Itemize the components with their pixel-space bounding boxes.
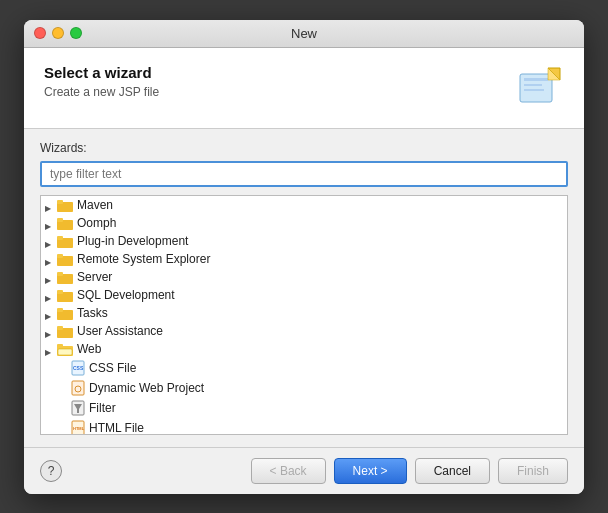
folder-icon-remote bbox=[57, 252, 73, 266]
tree-item-dynamic-web-label: Dynamic Web Project bbox=[89, 381, 204, 395]
svg-rect-31 bbox=[57, 344, 63, 348]
header-subtitle: Create a new JSP file bbox=[44, 85, 159, 99]
expand-arrow-oomph bbox=[45, 218, 55, 228]
tree-item-sql[interactable]: SQL Development bbox=[41, 286, 567, 304]
file-icon-html: HTML bbox=[71, 420, 85, 435]
tree-item-css[interactable]: CSS CSS File bbox=[41, 358, 567, 378]
svg-rect-23 bbox=[57, 290, 63, 294]
tree-item-maven-label: Maven bbox=[77, 198, 113, 212]
tree-item-dynamic-web[interactable]: Dynamic Web Project bbox=[41, 378, 567, 398]
expand-arrow-sql bbox=[45, 290, 55, 300]
tree-item-sql-label: SQL Development bbox=[77, 288, 175, 302]
svg-rect-1 bbox=[524, 78, 548, 81]
tree-item-user-label: User Assistance bbox=[77, 324, 163, 338]
tree-item-plugin-label: Plug-in Development bbox=[77, 234, 188, 248]
help-button[interactable]: ? bbox=[40, 460, 62, 482]
tree-item-maven[interactable]: Maven bbox=[41, 196, 567, 214]
expand-arrow-tasks bbox=[45, 308, 55, 318]
tree-item-filter[interactable]: Filter bbox=[41, 398, 567, 418]
tree-item-tasks-label: Tasks bbox=[77, 306, 108, 320]
tree-item-css-label: CSS File bbox=[89, 361, 136, 375]
svg-rect-14 bbox=[57, 236, 63, 240]
folder-icon-sql bbox=[57, 288, 73, 302]
expand-arrow-plugin bbox=[45, 236, 55, 246]
header-text: Select a wizard Create a new JSP file bbox=[44, 64, 159, 99]
folder-icon-web bbox=[57, 342, 73, 356]
tree-item-plugin-dev[interactable]: Plug-in Development bbox=[41, 232, 567, 250]
window-controls bbox=[34, 27, 82, 39]
tree-item-html[interactable]: HTML HTML File bbox=[41, 418, 567, 435]
expand-arrow-user bbox=[45, 326, 55, 336]
minimize-button[interactable] bbox=[52, 27, 64, 39]
help-icon: ? bbox=[48, 464, 55, 478]
svg-rect-11 bbox=[57, 218, 63, 222]
cancel-button[interactable]: Cancel bbox=[415, 458, 490, 484]
tree-item-server-label: Server bbox=[77, 270, 112, 284]
expand-arrow-maven bbox=[45, 200, 55, 210]
folder-icon-oomph bbox=[57, 216, 73, 230]
folder-icon-server bbox=[57, 270, 73, 284]
svg-rect-2 bbox=[524, 84, 542, 86]
tree-item-tasks[interactable]: Tasks bbox=[41, 304, 567, 322]
new-wizard-window: New Select a wizard Create a new JSP fil… bbox=[24, 20, 584, 494]
expand-arrow-web bbox=[45, 344, 55, 354]
tree-item-html-label: HTML File bbox=[89, 421, 144, 435]
footer-left: ? bbox=[40, 460, 62, 482]
folder-icon-user bbox=[57, 324, 73, 338]
folder-icon-maven bbox=[57, 198, 73, 212]
tree-item-remote-label: Remote System Explorer bbox=[77, 252, 210, 266]
maximize-button[interactable] bbox=[70, 27, 82, 39]
wizard-icon-svg bbox=[516, 64, 564, 112]
wizard-header: Select a wizard Create a new JSP file bbox=[24, 48, 584, 129]
wizards-label: Wizards: bbox=[40, 141, 568, 155]
tree-item-web[interactable]: Web bbox=[41, 340, 567, 358]
expand-arrow-server bbox=[45, 272, 55, 282]
window-title: New bbox=[291, 26, 317, 41]
svg-text:HTML: HTML bbox=[73, 426, 85, 431]
svg-rect-3 bbox=[524, 89, 544, 91]
svg-rect-26 bbox=[57, 308, 63, 312]
tree-item-oomph[interactable]: Oomph bbox=[41, 214, 567, 232]
expand-arrow-remote bbox=[45, 254, 55, 264]
wizard-tree[interactable]: Maven Oomph Plug-in Development bbox=[40, 195, 568, 435]
svg-rect-29 bbox=[57, 326, 63, 330]
tree-item-filter-label: Filter bbox=[89, 401, 116, 415]
back-button[interactable]: < Back bbox=[251, 458, 326, 484]
tree-item-server[interactable]: Server bbox=[41, 268, 567, 286]
svg-text:CSS: CSS bbox=[73, 365, 84, 371]
wizard-icon bbox=[516, 64, 564, 112]
file-icon-css: CSS bbox=[71, 360, 85, 376]
titlebar: New bbox=[24, 20, 584, 48]
footer-buttons: < Back Next > Cancel Finish bbox=[251, 458, 568, 484]
svg-rect-32 bbox=[58, 349, 72, 355]
tree-item-oomph-label: Oomph bbox=[77, 216, 116, 230]
finish-button[interactable]: Finish bbox=[498, 458, 568, 484]
header-title: Select a wizard bbox=[44, 64, 159, 81]
tree-item-user-assist[interactable]: User Assistance bbox=[41, 322, 567, 340]
close-button[interactable] bbox=[34, 27, 46, 39]
svg-rect-8 bbox=[57, 200, 63, 204]
next-button[interactable]: Next > bbox=[334, 458, 407, 484]
folder-icon-plugin bbox=[57, 234, 73, 248]
svg-rect-17 bbox=[57, 254, 63, 258]
folder-icon-tasks bbox=[57, 306, 73, 320]
file-icon-filter bbox=[71, 400, 85, 416]
file-icon-dynamic-web bbox=[71, 380, 85, 396]
filter-input[interactable] bbox=[40, 161, 568, 187]
wizard-content: Wizards: Maven Oomph bbox=[24, 129, 584, 447]
svg-rect-20 bbox=[57, 272, 63, 276]
tree-item-remote[interactable]: Remote System Explorer bbox=[41, 250, 567, 268]
wizard-footer: ? < Back Next > Cancel Finish bbox=[24, 447, 584, 494]
tree-item-web-label: Web bbox=[77, 342, 101, 356]
svg-rect-35 bbox=[72, 381, 84, 395]
